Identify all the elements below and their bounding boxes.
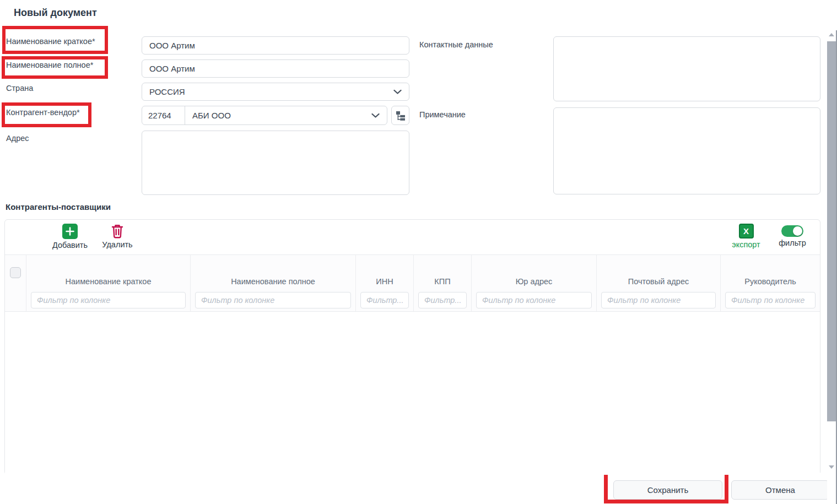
address-textarea[interactable]: [142, 131, 409, 195]
vendor-tree-button[interactable]: [391, 106, 409, 125]
column-inn: ИНН: [356, 255, 414, 311]
add-button-label: Добавить: [52, 241, 88, 250]
contacts-label: Контактные данные: [419, 40, 493, 49]
vertical-scrollbar[interactable]: [827, 30, 836, 504]
column-filter-input[interactable]: [725, 292, 816, 308]
column-filter-input[interactable]: [601, 292, 716, 308]
chevron-down-icon: [393, 89, 402, 94]
delete-button[interactable]: Удалить: [95, 224, 139, 249]
vendor-label: Контрагент-вендор*: [6, 108, 80, 117]
suppliers-toolbar: Добавить Удалить X экспорт: [5, 220, 820, 255]
delete-button-label: Удалить: [102, 240, 132, 249]
column-filter-input[interactable]: [31, 292, 186, 308]
address-label: Адрес: [6, 134, 29, 143]
filter-toggle-label: фильтр: [779, 239, 806, 247]
column-header: ИНН: [376, 277, 393, 286]
column-filter-input[interactable]: [360, 292, 409, 308]
short-name-input[interactable]: [142, 36, 409, 55]
page-title: Новый документ: [14, 7, 97, 19]
column-header: КПП: [434, 277, 450, 286]
scrollbar-thumb[interactable]: [827, 41, 836, 421]
new-document-form: Новый документ Наименование краткое* Наи…: [0, 0, 837, 504]
scroll-down-arrow-icon[interactable]: [829, 465, 834, 469]
contacts-textarea[interactable]: [553, 36, 820, 101]
column-short-name: Наименование краткое: [26, 255, 191, 311]
column-header: Наименование полное: [231, 277, 315, 286]
filter-toggle-control[interactable]: фильтр: [769, 224, 816, 247]
column-kpp: КПП: [414, 255, 472, 311]
column-filter-input[interactable]: [195, 292, 351, 308]
select-all-checkbox[interactable]: [10, 267, 21, 278]
note-textarea[interactable]: [553, 107, 820, 194]
table-header-row: Наименование краткое Наименование полное…: [5, 255, 820, 312]
plus-icon: [62, 224, 78, 239]
column-header: Почтовый адрес: [628, 277, 689, 286]
country-label: Страна: [6, 84, 33, 93]
add-button[interactable]: Добавить: [45, 224, 95, 250]
filter-toggle-icon[interactable]: [781, 225, 803, 237]
tree-view-icon: [396, 111, 406, 121]
full-name-input[interactable]: [142, 59, 409, 78]
cancel-button[interactable]: Отмена: [731, 480, 829, 500]
column-full-name: Наименование полное: [191, 255, 356, 311]
vendor-select[interactable]: 22764 АБИ ООО: [142, 106, 387, 125]
short-name-label: Наименование краткое*: [6, 37, 95, 46]
column-filter-input[interactable]: [476, 292, 592, 308]
column-header: Юр адрес: [516, 277, 553, 286]
column-postal-address: Почтовый адрес: [597, 255, 721, 311]
table-body-empty: [5, 312, 820, 475]
column-header: Руководитель: [744, 277, 796, 286]
country-select-value: РОССИЯ: [149, 87, 185, 96]
chevron-down-icon: [371, 113, 380, 118]
column-head-person: Руководитель: [721, 255, 820, 311]
country-select[interactable]: РОССИЯ: [142, 83, 409, 101]
select-all-cell: [5, 255, 26, 311]
trash-icon: [111, 224, 124, 239]
full-name-label: Наименование полное*: [6, 61, 93, 69]
scroll-up-arrow-icon[interactable]: [829, 33, 834, 36]
export-button-label: экспорт: [732, 240, 760, 249]
column-header: Наименование краткое: [66, 277, 152, 286]
note-label: Примечание: [419, 110, 466, 119]
suppliers-section-title: Контрагенты-поставщики: [6, 202, 111, 212]
excel-icon: X: [739, 224, 754, 239]
suppliers-table-panel: Добавить Удалить X экспорт: [4, 219, 820, 475]
column-filter-input[interactable]: [418, 292, 467, 308]
toggle-knob: [793, 226, 802, 236]
vendor-code: 22764: [142, 106, 185, 124]
column-legal-address: Юр адрес: [472, 255, 597, 311]
export-excel-button[interactable]: X экспорт: [723, 224, 769, 249]
vendor-select-value: АБИ ООО: [185, 111, 231, 120]
save-button[interactable]: Сохранить: [613, 480, 722, 500]
